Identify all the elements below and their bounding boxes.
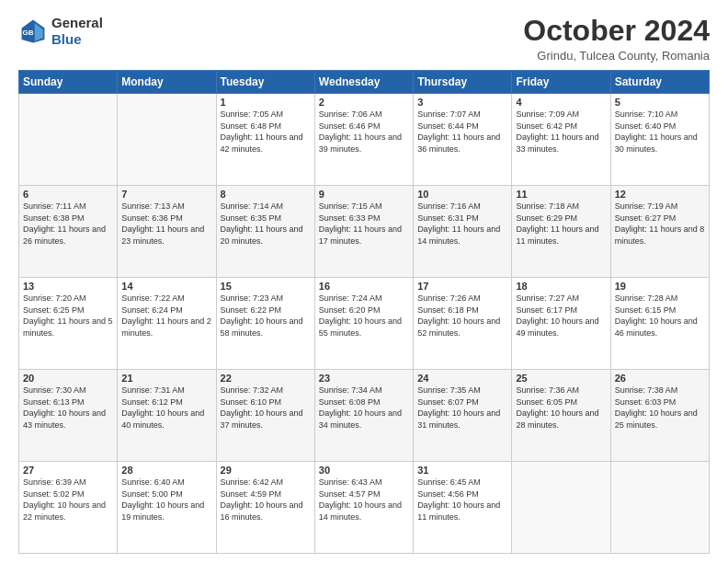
day-info: Sunrise: 7:13 AM Sunset: 6:36 PM Dayligh… xyxy=(121,201,211,247)
day-number: 31 xyxy=(417,465,507,476)
table-cell: 21Sunrise: 7:31 AM Sunset: 6:12 PM Dayli… xyxy=(118,370,216,462)
day-number: 5 xyxy=(615,97,705,108)
table-cell: 18Sunrise: 7:27 AM Sunset: 6:17 PM Dayli… xyxy=(512,278,610,370)
day-info: Sunrise: 7:06 AM Sunset: 6:46 PM Dayligh… xyxy=(319,109,409,155)
table-cell xyxy=(118,94,216,186)
day-info: Sunrise: 7:16 AM Sunset: 6:31 PM Dayligh… xyxy=(417,201,507,247)
week-row-5: 27Sunrise: 6:39 AM Sunset: 5:02 PM Dayli… xyxy=(19,462,710,554)
table-cell: 2Sunrise: 7:06 AM Sunset: 6:46 PM Daylig… xyxy=(314,94,413,186)
col-tuesday: Tuesday xyxy=(216,71,314,94)
day-number: 8 xyxy=(221,189,311,200)
col-monday: Monday xyxy=(118,71,216,94)
day-number: 7 xyxy=(121,189,211,200)
day-info: Sunrise: 7:05 AM Sunset: 6:48 PM Dayligh… xyxy=(221,109,311,155)
table-cell: 31Sunrise: 6:45 AM Sunset: 4:56 PM Dayli… xyxy=(414,462,512,554)
day-number: 1 xyxy=(221,97,311,108)
day-info: Sunrise: 6:39 AM Sunset: 5:02 PM Dayligh… xyxy=(23,477,113,523)
day-info: Sunrise: 7:28 AM Sunset: 6:15 PM Dayligh… xyxy=(615,293,705,339)
day-info: Sunrise: 7:07 AM Sunset: 6:44 PM Dayligh… xyxy=(417,109,507,155)
day-info: Sunrise: 7:31 AM Sunset: 6:12 PM Dayligh… xyxy=(121,385,211,431)
table-cell: 4Sunrise: 7:09 AM Sunset: 6:42 PM Daylig… xyxy=(512,94,610,186)
day-number: 4 xyxy=(516,97,606,108)
day-info: Sunrise: 7:19 AM Sunset: 6:27 PM Dayligh… xyxy=(615,201,705,247)
table-cell: 27Sunrise: 6:39 AM Sunset: 5:02 PM Dayli… xyxy=(19,462,118,554)
day-number: 17 xyxy=(417,281,507,292)
day-number: 12 xyxy=(615,189,705,200)
day-number: 22 xyxy=(221,373,311,384)
logo-icon: GB xyxy=(18,17,48,46)
table-cell: 30Sunrise: 6:43 AM Sunset: 4:57 PM Dayli… xyxy=(314,462,413,554)
day-number: 3 xyxy=(417,97,507,108)
day-info: Sunrise: 6:45 AM Sunset: 4:56 PM Dayligh… xyxy=(417,477,507,523)
day-number: 13 xyxy=(23,281,113,292)
logo: GB General Blue xyxy=(18,15,103,48)
day-number: 14 xyxy=(121,281,211,292)
col-wednesday: Wednesday xyxy=(314,71,413,94)
day-number: 9 xyxy=(319,189,409,200)
day-info: Sunrise: 7:09 AM Sunset: 6:42 PM Dayligh… xyxy=(516,109,606,155)
table-cell xyxy=(512,462,610,554)
day-number: 29 xyxy=(221,465,311,476)
day-info: Sunrise: 7:38 AM Sunset: 6:03 PM Dayligh… xyxy=(615,385,705,431)
day-info: Sunrise: 7:27 AM Sunset: 6:17 PM Dayligh… xyxy=(516,293,606,339)
day-number: 26 xyxy=(615,373,705,384)
week-row-2: 6Sunrise: 7:11 AM Sunset: 6:38 PM Daylig… xyxy=(19,186,710,278)
day-info: Sunrise: 7:10 AM Sunset: 6:40 PM Dayligh… xyxy=(615,109,705,155)
day-info: Sunrise: 7:20 AM Sunset: 6:25 PM Dayligh… xyxy=(23,293,113,339)
header-row: Sunday Monday Tuesday Wednesday Thursday… xyxy=(19,71,710,94)
day-info: Sunrise: 7:24 AM Sunset: 6:20 PM Dayligh… xyxy=(319,293,409,339)
day-info: Sunrise: 6:43 AM Sunset: 4:57 PM Dayligh… xyxy=(319,477,409,523)
table-cell: 17Sunrise: 7:26 AM Sunset: 6:18 PM Dayli… xyxy=(414,278,512,370)
table-cell: 6Sunrise: 7:11 AM Sunset: 6:38 PM Daylig… xyxy=(19,186,118,278)
day-info: Sunrise: 7:15 AM Sunset: 6:33 PM Dayligh… xyxy=(319,201,409,247)
day-info: Sunrise: 7:36 AM Sunset: 6:05 PM Dayligh… xyxy=(516,385,606,431)
day-number: 19 xyxy=(615,281,705,292)
table-cell: 14Sunrise: 7:22 AM Sunset: 6:24 PM Dayli… xyxy=(118,278,216,370)
page: GB General Blue October 2024 Grindu, Tul… xyxy=(0,0,728,563)
col-saturday: Saturday xyxy=(610,71,709,94)
month-title: October 2024 xyxy=(523,15,710,47)
day-number: 18 xyxy=(516,281,606,292)
header: GB General Blue October 2024 Grindu, Tul… xyxy=(18,15,710,63)
col-friday: Friday xyxy=(512,71,610,94)
table-cell: 9Sunrise: 7:15 AM Sunset: 6:33 PM Daylig… xyxy=(314,186,413,278)
day-number: 30 xyxy=(319,465,409,476)
table-cell: 23Sunrise: 7:34 AM Sunset: 6:08 PM Dayli… xyxy=(314,370,413,462)
day-number: 21 xyxy=(121,373,211,384)
day-info: Sunrise: 7:32 AM Sunset: 6:10 PM Dayligh… xyxy=(221,385,311,431)
logo-line1: General xyxy=(51,15,103,31)
week-row-3: 13Sunrise: 7:20 AM Sunset: 6:25 PM Dayli… xyxy=(19,278,710,370)
table-cell: 22Sunrise: 7:32 AM Sunset: 6:10 PM Dayli… xyxy=(216,370,314,462)
day-number: 10 xyxy=(417,189,507,200)
day-info: Sunrise: 7:30 AM Sunset: 6:13 PM Dayligh… xyxy=(23,385,113,431)
day-number: 16 xyxy=(319,281,409,292)
day-number: 28 xyxy=(121,465,211,476)
table-cell: 5Sunrise: 7:10 AM Sunset: 6:40 PM Daylig… xyxy=(610,94,709,186)
table-cell: 29Sunrise: 6:42 AM Sunset: 4:59 PM Dayli… xyxy=(216,462,314,554)
table-cell: 12Sunrise: 7:19 AM Sunset: 6:27 PM Dayli… xyxy=(610,186,709,278)
table-cell: 7Sunrise: 7:13 AM Sunset: 6:36 PM Daylig… xyxy=(118,186,216,278)
day-info: Sunrise: 7:11 AM Sunset: 6:38 PM Dayligh… xyxy=(23,201,113,247)
location-subtitle: Grindu, Tulcea County, Romania xyxy=(523,49,710,63)
day-number: 20 xyxy=(23,373,113,384)
table-cell: 16Sunrise: 7:24 AM Sunset: 6:20 PM Dayli… xyxy=(314,278,413,370)
day-number: 6 xyxy=(23,189,113,200)
day-info: Sunrise: 7:23 AM Sunset: 6:22 PM Dayligh… xyxy=(221,293,311,339)
table-cell: 24Sunrise: 7:35 AM Sunset: 6:07 PM Dayli… xyxy=(414,370,512,462)
table-cell: 13Sunrise: 7:20 AM Sunset: 6:25 PM Dayli… xyxy=(19,278,118,370)
col-sunday: Sunday xyxy=(19,71,118,94)
title-block: October 2024 Grindu, Tulcea County, Roma… xyxy=(523,15,710,63)
day-info: Sunrise: 7:35 AM Sunset: 6:07 PM Dayligh… xyxy=(417,385,507,431)
col-thursday: Thursday xyxy=(414,71,512,94)
day-info: Sunrise: 7:34 AM Sunset: 6:08 PM Dayligh… xyxy=(319,385,409,431)
week-row-4: 20Sunrise: 7:30 AM Sunset: 6:13 PM Dayli… xyxy=(19,370,710,462)
table-cell: 1Sunrise: 7:05 AM Sunset: 6:48 PM Daylig… xyxy=(216,94,314,186)
table-cell: 10Sunrise: 7:16 AM Sunset: 6:31 PM Dayli… xyxy=(414,186,512,278)
svg-text:GB: GB xyxy=(22,29,33,37)
day-info: Sunrise: 7:26 AM Sunset: 6:18 PM Dayligh… xyxy=(417,293,507,339)
table-cell: 19Sunrise: 7:28 AM Sunset: 6:15 PM Dayli… xyxy=(610,278,709,370)
day-info: Sunrise: 7:22 AM Sunset: 6:24 PM Dayligh… xyxy=(121,293,211,339)
day-info: Sunrise: 7:14 AM Sunset: 6:35 PM Dayligh… xyxy=(221,201,311,247)
day-number: 25 xyxy=(516,373,606,384)
table-cell: 20Sunrise: 7:30 AM Sunset: 6:13 PM Dayli… xyxy=(19,370,118,462)
